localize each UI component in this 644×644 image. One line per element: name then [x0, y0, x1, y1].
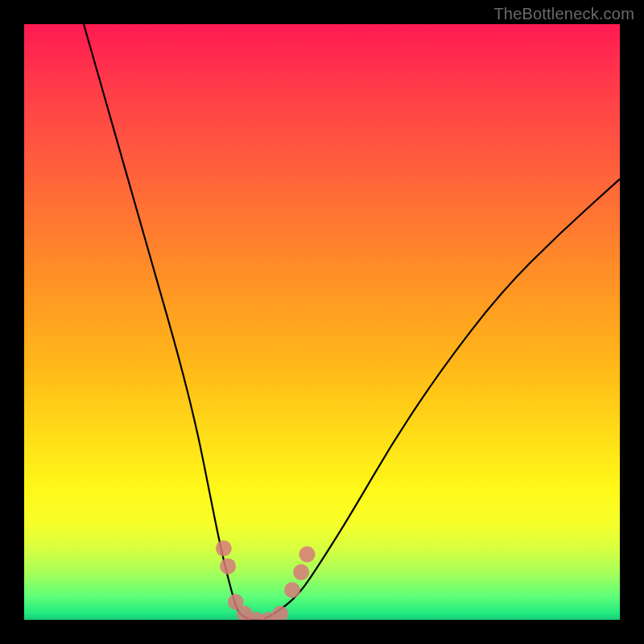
chart-frame: TheBottleneck.com	[0, 0, 644, 644]
marker-trough-1	[228, 594, 244, 610]
marker-right-upper	[299, 547, 316, 563]
marker-right-mid	[293, 564, 309, 580]
marker-right-lower	[284, 582, 300, 598]
marker-trough-5	[272, 606, 288, 620]
marker-left-upper	[216, 540, 232, 556]
marker-trough-4	[260, 612, 276, 620]
chart-curve	[84, 24, 620, 620]
chart-markers	[216, 540, 316, 620]
marker-trough-2	[237, 606, 253, 620]
marker-trough-3	[249, 612, 265, 620]
watermark-text: TheBottleneck.com	[493, 5, 634, 23]
chart-plot-area	[24, 24, 620, 620]
chart-svg-layer	[24, 24, 620, 620]
marker-left-lower	[220, 558, 236, 574]
